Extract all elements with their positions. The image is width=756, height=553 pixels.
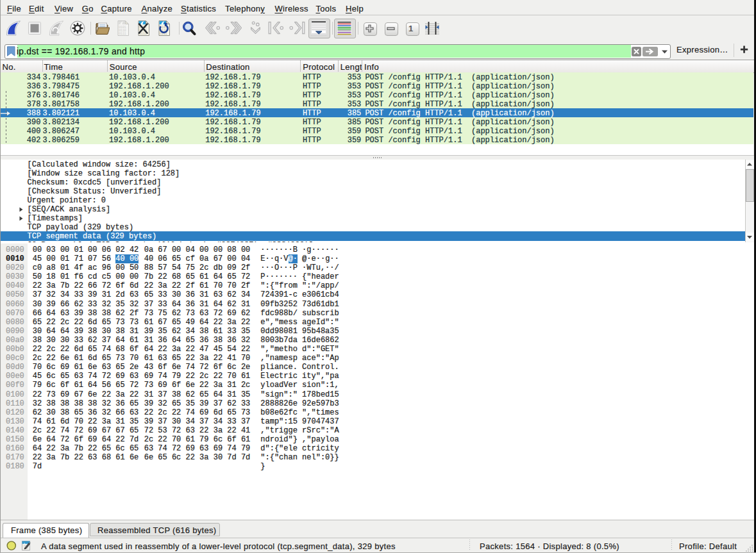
- svg-text:0111: 0111: [119, 31, 126, 35]
